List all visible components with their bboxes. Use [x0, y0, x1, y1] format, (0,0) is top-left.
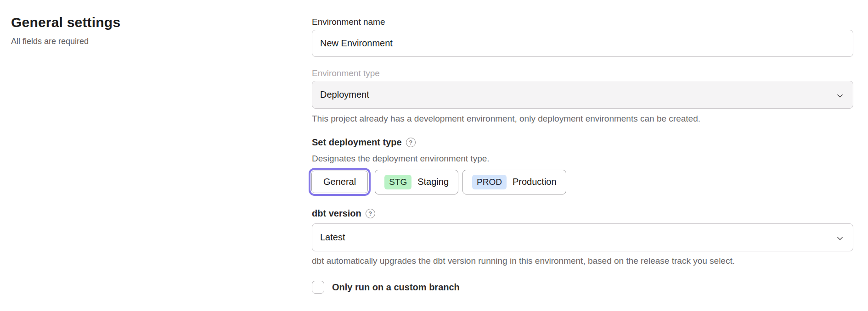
staging-option-label: Staging — [417, 177, 449, 187]
deployment-type-description: Designates the deployment environment ty… — [312, 153, 853, 164]
dbt-version-section-label: dbt version ? — [312, 207, 853, 219]
page-title: General settings — [11, 14, 296, 31]
settings-header: General settings All fields are required — [11, 14, 296, 47]
dbt-version-select[interactable]: Latest — [312, 223, 853, 251]
page-subtitle: All fields are required — [11, 36, 296, 47]
chevron-down-icon — [836, 91, 844, 99]
help-icon[interactable]: ? — [406, 138, 416, 147]
selected-option-ring: General — [309, 168, 371, 196]
deployment-type-options: General STG Staging PROD Production — [309, 168, 853, 196]
chevron-down-icon — [836, 234, 844, 241]
deployment-type-general-button[interactable]: General — [311, 171, 368, 193]
custom-branch-row[interactable]: Only run on a custom branch — [312, 281, 853, 294]
environment-name-input[interactable] — [312, 30, 853, 57]
deployment-type-staging-button[interactable]: STG Staging — [375, 170, 458, 194]
environment-type-label: Environment type — [312, 68, 853, 79]
production-option-label: Production — [513, 177, 557, 187]
general-option-label: General — [323, 177, 356, 187]
staging-badge: STG — [384, 175, 411, 189]
custom-branch-checkbox[interactable] — [312, 281, 324, 294]
help-icon[interactable]: ? — [366, 209, 375, 218]
dbt-version-value: Latest — [320, 232, 345, 243]
environment-type-value: Deployment — [320, 89, 369, 100]
environment-settings-form: Environment name Environment type Deploy… — [312, 0, 853, 294]
custom-branch-label: Only run on a custom branch — [332, 281, 460, 293]
dbt-version-label-text: dbt version — [312, 207, 361, 219]
environment-name-label: Environment name — [312, 17, 853, 28]
deployment-type-production-button[interactable]: PROD Production — [462, 170, 566, 194]
production-badge: PROD — [472, 175, 507, 189]
dbt-version-helper: dbt automatically upgrades the dbt versi… — [312, 255, 853, 267]
deployment-type-label-text: Set deployment type — [312, 136, 402, 148]
deployment-type-section-label: Set deployment type ? — [312, 136, 853, 148]
environment-type-select: Deployment — [312, 81, 853, 109]
environment-type-helper: This project already has a development e… — [312, 113, 853, 124]
